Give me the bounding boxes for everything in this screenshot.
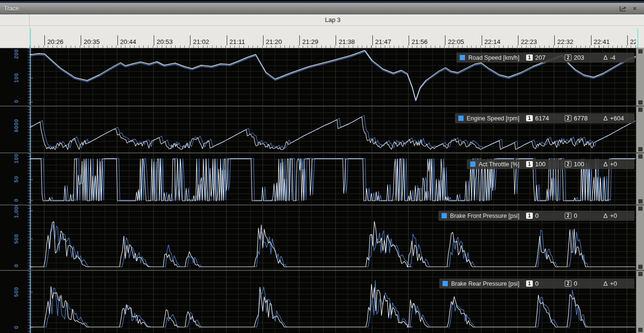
cursor1-badge-icon: 1 [526,54,533,61]
axis-tick-label: 0 [13,264,19,268]
series-color-swatch [460,55,465,60]
legend-channel-name: Act Throttle [%] [479,161,519,168]
cursor1-value: 0 [535,212,559,219]
scrollbar-button-top[interactable] [638,154,643,159]
cursor1-badge-icon: 1 [526,280,533,287]
chart-panes: 2001000Road Speed [km/h]12072203Δ-46000E… [0,48,644,333]
cursor-2-line[interactable] [637,29,638,48]
time-tick-label: 20:35 [81,35,100,45]
legend-channel-name: Brake Front Pressure [psi] [450,213,519,219]
scrollbar-button-top[interactable] [638,49,643,54]
time-tick-label: 22:50 [627,35,636,45]
legend-channel-name: Brake Rear Pressure [psi] [451,280,519,287]
lap-band-left-spacer [0,14,30,25]
time-tick-label: 22:23 [518,35,537,45]
cursor-1-line[interactable] [30,29,31,48]
scrollbar-button-bottom[interactable] [638,265,643,269]
cursor1-value: 6174 [535,115,559,122]
titlebar[interactable]: Trace × [0,3,644,14]
cursor1-value: 100 [535,161,559,168]
legend-channel-name: Engine Speed [rpm] [467,115,520,122]
cursor1-value: 207 [535,54,559,61]
cursor1-badge-icon: 1 [526,161,533,167]
time-tick-label: 22:05 [445,35,464,45]
scrollbar-button-bottom[interactable] [638,147,643,151]
series-color-swatch [442,213,447,218]
time-tick-label: 22:41 [591,35,610,45]
lap-band-right-spacer [636,14,644,25]
time-ruler-minor-ticks [30,45,636,48]
legend-road-speed[interactable]: Road Speed [km/h]12072203Δ-4 [456,53,634,63]
time-tick-label: 21:38 [336,35,355,45]
cursor2-badge-icon: 2 [565,115,571,121]
scrollbar-button-top[interactable] [638,107,643,112]
cursor2-badge-icon: 2 [565,161,571,167]
close-icon[interactable]: × [631,5,638,12]
cursor2-badge-icon: 2 [565,54,571,61]
delta-symbol: Δ [603,212,608,219]
pane-scrollbar[interactable] [636,107,644,152]
delta-number: +0 [610,280,617,287]
pane-scrollbar[interactable] [636,205,644,270]
time-tick-label: 20:26 [44,35,63,45]
axis-gutter-act-throttle: 100500 [0,153,30,204]
axis-tick-label: 50 [13,176,19,183]
time-tick-label: 21:56 [409,35,428,45]
axis-tick-label: 6000 [13,119,19,132]
time-tick-label: 22:14 [482,35,501,45]
axis-gutter-engine-speed: 6000 [0,107,30,152]
chart-pane-engine-speed: 6000Engine Speed [rpm]1617426778Δ+604 [0,107,644,152]
time-tick-label: 20:44 [117,35,137,45]
legend-brake-rear-pressure[interactable]: Brake Rear Pressure [psi]1020Δ+0 [439,279,634,289]
legend-engine-speed[interactable]: Engine Speed [rpm]1617426778Δ+604 [455,113,635,123]
axis-tick-label: 0 [13,325,19,329]
pane-scrollbar[interactable] [636,153,644,204]
delta-symbol: Δ [603,280,608,287]
time-tick-label: 20:53 [154,35,173,45]
delta-number: +604 [610,115,624,122]
pane-scrollbar[interactable] [636,48,644,106]
export-chart-icon[interactable] [619,5,626,12]
cursor1-badge-icon: 1 [526,115,533,121]
cursor2-badge-icon: 2 [565,280,571,287]
axis-tick-label: 0 [13,100,19,103]
time-tick-label: 21:11 [227,35,245,45]
lap-header-band: Lap 3 [0,14,644,26]
scrollbar-button-top[interactable] [638,206,643,211]
axis-tick-label: 500 [13,234,19,244]
trace-window: Trace × Lap 3 20:2620:3520:4420:5321:022… [0,0,644,333]
cursor2-badge-icon: 2 [565,213,571,219]
axis-tick-label: 200 [13,49,19,59]
legend-brake-front-pressure[interactable]: Brake Front Pressure [psi]1020Δ+0 [438,211,634,221]
time-ruler[interactable]: 20:2620:3520:4420:5321:0221:1121:2021:29… [0,26,644,48]
scrollbar-button-bottom[interactable] [638,100,643,105]
axis-gutter-road-speed: 2001000 [0,48,30,106]
axis-gutter-brake-rear-pressure: 5000 [0,271,30,333]
delta-number: -4 [610,54,616,61]
delta-value: Δ+0 [603,212,630,219]
legend-channel-name: Road Speed [km/h] [468,54,519,61]
chart-pane-road-speed: 2001000Road Speed [km/h]12072203Δ-4 [0,48,644,106]
time-tick-label: 21:20 [263,35,282,45]
legend-act-throttle[interactable]: Act Throttle [%]11002100Δ+0 [467,159,634,169]
window-title: Trace [4,5,619,12]
delta-symbol: Δ [603,161,608,168]
delta-number: +0 [610,212,617,219]
pane-scrollbar[interactable] [636,271,644,333]
time-tick-label: 21:29 [299,35,318,45]
delta-symbol: Δ [603,54,608,61]
series-color-swatch [470,161,475,167]
axis-tick-label: 1,000 [13,205,19,218]
cursor2-value: 203 [574,54,598,61]
time-ruler-scale[interactable]: 20:2620:3520:4420:5321:0221:1121:2021:29… [30,26,636,48]
delta-value: Δ+604 [603,115,630,122]
chart-pane-brake-rear-pressure: 5000Brake Rear Pressure [psi]1020Δ+0 [0,271,644,333]
axis-tick-label: 100 [13,153,19,163]
axis-gutter-brake-front-pressure: 1,0005000 [0,205,30,270]
delta-value: Δ+0 [603,280,630,287]
scrollbar-button-bottom[interactable] [638,199,643,204]
scrollbar-button-top[interactable] [638,272,643,276]
scrollbar-button-bottom[interactable] [638,328,643,332]
cursor2-value: 0 [574,212,598,219]
series-color-swatch [458,116,464,121]
